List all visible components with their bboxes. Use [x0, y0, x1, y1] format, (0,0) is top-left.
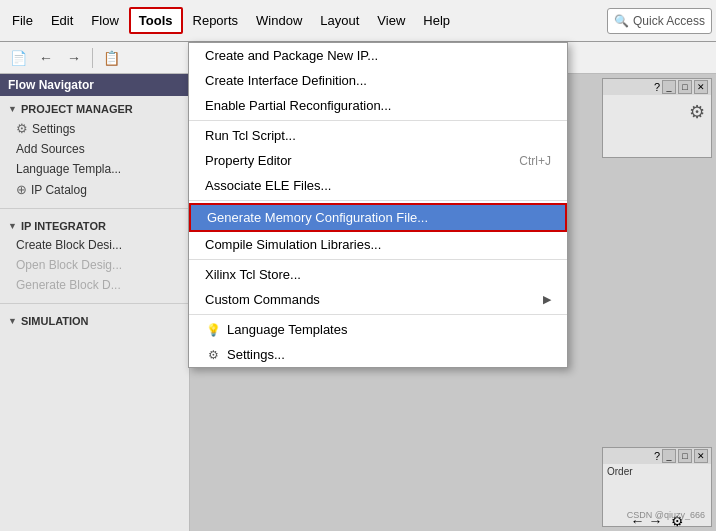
panel-bottom-question[interactable]: ?	[654, 450, 660, 462]
tools-dropdown: Create and Package New IP... Create Inte…	[188, 42, 568, 368]
dropdown-custom-commands[interactable]: Custom Commands ▶	[189, 287, 567, 312]
panel-top-content: ⚙	[603, 95, 711, 99]
run-tcl-label: Run Tcl Script...	[205, 128, 296, 143]
lang-templates-label: Language Templa...	[16, 162, 121, 176]
panel-top-close[interactable]: ✕	[694, 80, 708, 94]
quick-access-label: Quick Access	[633, 14, 705, 28]
menu-window[interactable]: Window	[248, 9, 310, 32]
sidebar-section-title-project: ▼ PROJECT MANAGER	[0, 100, 189, 118]
settings-icon: ⚙	[16, 121, 28, 136]
property-editor-shortcut: Ctrl+J	[519, 154, 551, 168]
csdn-watermark: CSDN @qiuzy_666	[627, 510, 705, 520]
sidebar-item-add-sources[interactable]: Add Sources	[0, 139, 189, 159]
collapse-icon-ip: ▼	[8, 221, 17, 231]
sidebar-section-ip: ▼ IP INTEGRATOR Create Block Desi... Ope…	[0, 213, 189, 299]
custom-commands-label: Custom Commands	[205, 292, 320, 307]
settings-label: Settings	[32, 122, 75, 136]
sidebar-section-title-ip: ▼ IP INTEGRATOR	[0, 217, 189, 235]
quick-access-box[interactable]: 🔍 Quick Access	[607, 8, 712, 34]
sidebar-section-project: ▼ PROJECT MANAGER ⚙ Settings Add Sources…	[0, 96, 189, 204]
add-sources-label: Add Sources	[16, 142, 85, 156]
panel-mini-top: ? _ □ ✕ ⚙	[602, 78, 712, 158]
create-block-label: Create Block Desi...	[16, 238, 122, 252]
enable-partial-label: Enable Partial Reconfiguration...	[205, 98, 391, 113]
dropdown-xilinx-tcl[interactable]: Xilinx Tcl Store...	[189, 262, 567, 287]
toolbar-back-btn[interactable]: ←	[34, 46, 58, 70]
dropdown-property-editor[interactable]: Property Editor Ctrl+J	[189, 148, 567, 173]
search-icon: 🔍	[614, 14, 629, 28]
collapse-icon-sim: ▼	[8, 316, 17, 326]
ip-catalog-icon: ⊕	[16, 182, 27, 197]
toolbar-forward-btn[interactable]: →	[62, 46, 86, 70]
sidebar-item-ip-catalog[interactable]: ⊕ IP Catalog	[0, 179, 189, 200]
simulation-label: SIMULATION	[21, 315, 89, 327]
sidebar-item-open-block[interactable]: Open Block Desig...	[0, 255, 189, 275]
ip-catalog-label: IP Catalog	[31, 183, 87, 197]
submenu-arrow: ▶	[543, 293, 551, 306]
menu-view[interactable]: View	[369, 9, 413, 32]
order-label: Order	[603, 464, 711, 479]
dropdown-lang-templates[interactable]: 💡 Language Templates	[189, 317, 567, 342]
panel-mini-bottom: ? _ □ ✕ Order ← → ⚙ CSDN @qiuzy_666	[602, 447, 712, 527]
dropdown-sep-4	[189, 314, 567, 315]
panel-bottom-minimize[interactable]: _	[662, 449, 676, 463]
sidebar-section-sim: ▼ SIMULATION	[0, 308, 189, 334]
gen-block-label: Generate Block D...	[16, 278, 121, 292]
dropdown-settings[interactable]: ⚙ Settings...	[189, 342, 567, 367]
lang-icon: 💡	[205, 323, 221, 337]
project-manager-label: PROJECT MANAGER	[21, 103, 133, 115]
open-block-label: Open Block Desig...	[16, 258, 122, 272]
settings-dd-icon: ⚙	[205, 348, 221, 362]
gear-icon-top: ⚙	[689, 101, 705, 123]
dropdown-sep-3	[189, 259, 567, 260]
menu-flow[interactable]: Flow	[83, 9, 126, 32]
sidebar-item-gen-block[interactable]: Generate Block D...	[0, 275, 189, 295]
sidebar-header: Flow Navigator	[0, 74, 189, 96]
panel-bottom-restore[interactable]: □	[678, 449, 692, 463]
dropdown-create-interface[interactable]: Create Interface Definition...	[189, 68, 567, 93]
panel-top-restore[interactable]: □	[678, 80, 692, 94]
panel-top-question[interactable]: ?	[654, 81, 660, 93]
dropdown-sep-2	[189, 200, 567, 201]
dropdown-associate-ele[interactable]: Associate ELE Files...	[189, 173, 567, 198]
sidebar: Flow Navigator ▼ PROJECT MANAGER ⚙ Setti…	[0, 74, 190, 531]
toolbar-separator	[92, 48, 93, 68]
sidebar-item-create-block[interactable]: Create Block Desi...	[0, 235, 189, 255]
menubar: File Edit Flow Tools Reports Window Layo…	[0, 0, 716, 42]
dropdown-gen-memory[interactable]: Generate Memory Configuration File...	[189, 203, 567, 232]
panel-bottom-close[interactable]: ✕	[694, 449, 708, 463]
lang-templates-dd-label: Language Templates	[227, 322, 347, 337]
sidebar-divider-2	[0, 303, 189, 304]
settings-dd-label: Settings...	[227, 347, 285, 362]
create-interface-label: Create Interface Definition...	[205, 73, 367, 88]
sidebar-content: ▼ PROJECT MANAGER ⚙ Settings Add Sources…	[0, 96, 189, 531]
sidebar-item-lang-templates[interactable]: Language Templa...	[0, 159, 189, 179]
menu-edit[interactable]: Edit	[43, 9, 81, 32]
panel-top-titlebar: ? _ □ ✕	[603, 79, 711, 95]
dropdown-create-package[interactable]: Create and Package New IP...	[189, 43, 567, 68]
compile-sim-label: Compile Simulation Libraries...	[205, 237, 381, 252]
sidebar-section-title-sim: ▼ SIMULATION	[0, 312, 189, 330]
menu-reports[interactable]: Reports	[185, 9, 247, 32]
menubar-items: File Edit Flow Tools Reports Window Layo…	[4, 7, 607, 34]
xilinx-tcl-label: Xilinx Tcl Store...	[205, 267, 301, 282]
ip-integrator-label: IP INTEGRATOR	[21, 220, 106, 232]
associate-ele-label: Associate ELE Files...	[205, 178, 331, 193]
dropdown-enable-partial[interactable]: Enable Partial Reconfiguration...	[189, 93, 567, 118]
toolbar-new-btn[interactable]: 📄	[6, 46, 30, 70]
menu-tools[interactable]: Tools	[129, 7, 183, 34]
panel-top-minimize[interactable]: _	[662, 80, 676, 94]
dropdown-run-tcl[interactable]: Run Tcl Script...	[189, 123, 567, 148]
toolbar-copy-btn[interactable]: 📋	[99, 46, 123, 70]
panel-bottom-titlebar: ? _ □ ✕	[603, 448, 711, 464]
menu-file[interactable]: File	[4, 9, 41, 32]
gen-memory-label: Generate Memory Configuration File...	[207, 210, 428, 225]
collapse-icon-project: ▼	[8, 104, 17, 114]
menu-layout[interactable]: Layout	[312, 9, 367, 32]
sidebar-item-settings[interactable]: ⚙ Settings	[0, 118, 189, 139]
menu-help[interactable]: Help	[415, 9, 458, 32]
dropdown-compile-sim[interactable]: Compile Simulation Libraries...	[189, 232, 567, 257]
create-package-label: Create and Package New IP...	[205, 48, 378, 63]
sidebar-divider-1	[0, 208, 189, 209]
dropdown-sep-1	[189, 120, 567, 121]
